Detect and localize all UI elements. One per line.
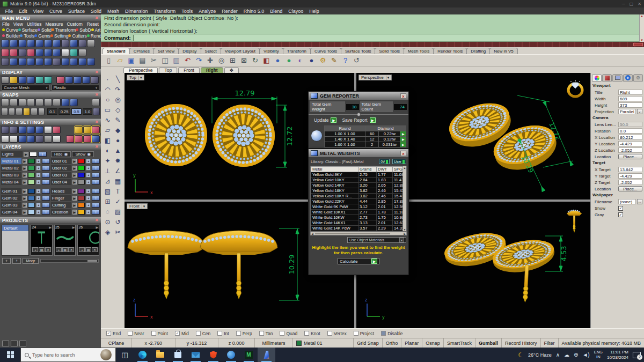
toolbar-tab[interactable]: New in V5 (489, 48, 517, 54)
metal-row[interactable]: Yellow Gold:22KY 4.44 2.85 17.88 (311, 199, 406, 204)
expand-arrow-icon[interactable]: ▶ (23, 173, 27, 178)
grid-size-value[interactable]: 0.25 (58, 108, 71, 115)
layer-visibility-toggle[interactable]: I (92, 173, 100, 178)
lights-layer-row[interactable]: Lights ▶ I (1, 151, 50, 157)
layer-visibility-toggle[interactable]: I (42, 166, 50, 171)
vertical-scrollbar[interactable]: ▲▼ (402, 166, 406, 231)
toolbar-tab[interactable]: Transform (283, 48, 311, 54)
gem-table-row[interactable]: 1.00 X 1.00 60 0.22tw ▶ (325, 131, 406, 137)
ov-toggle[interactable]: 0V (379, 159, 390, 164)
close-button[interactable]: ✕ (638, 2, 641, 6)
print-icon[interactable]: ▤ (137, 55, 148, 65)
toolbar-tab[interactable]: Standard (103, 48, 130, 54)
alert-icon[interactable] (92, 126, 100, 134)
record-icon[interactable] (38, 108, 45, 115)
osnap-item[interactable]: Knot (304, 331, 320, 336)
solid-tool-icon[interactable]: ◆ (113, 125, 123, 135)
favorite-icon[interactable] (83, 126, 91, 134)
filename-value[interactable]: (none) (618, 199, 636, 204)
osnap-checkbox[interactable] (236, 331, 241, 336)
metal-row[interactable]: Yellow Gold:18KY R... 3.82 2.46 15.43 (311, 194, 406, 199)
layer-visibility-toggle[interactable]: I (92, 196, 100, 201)
rendered-view-icon[interactable]: ● (284, 55, 294, 65)
material-icon[interactable] (82, 76, 90, 84)
ortho-icon[interactable] (9, 108, 16, 115)
layer-color-swatch[interactable] (78, 196, 85, 201)
network-icon[interactable]: ⊕ (574, 352, 578, 358)
expand-arrow-icon[interactable]: ▶ (72, 166, 77, 171)
layer-row[interactable]: Metal 04 ▶ ✦ I (1, 179, 50, 185)
expand-arrow-icon[interactable]: ▶ (23, 203, 27, 208)
help-icon[interactable]: ? (340, 55, 350, 65)
metal-row[interactable]: Yellow Gold:10KY 2.84 1.83 11.43 (311, 178, 406, 183)
zoom-extents-icon[interactable]: ⊠ (239, 55, 249, 65)
lock-icon[interactable]: ✦ (36, 189, 41, 194)
layer-color-swatch[interactable] (78, 180, 85, 184)
layer-visibility-toggle[interactable]: I (42, 180, 50, 184)
screen-icon[interactable] (10, 135, 18, 143)
show-button[interactable]: Show◉ (72, 151, 94, 157)
main-menu-tab[interactable]: Custom (67, 21, 82, 27)
lock-icon[interactable]: ✦ (36, 180, 41, 184)
angle-tool-icon[interactable]: ∠ (113, 166, 123, 176)
menu-item[interactable]: Mesh (104, 9, 122, 14)
material-icon[interactable] (65, 76, 73, 84)
layer-visibility-toggle[interactable]: I (42, 189, 50, 194)
snaps-panel-header[interactable]: SNAPS✕ (0, 91, 101, 98)
category-button[interactable]: Builder (2, 33, 20, 39)
display-tab[interactable] (612, 74, 622, 82)
expand-arrow-icon[interactable]: ▶ (72, 210, 77, 215)
property-value[interactable]: -4.429 (618, 141, 642, 146)
layer-visibility-toggle[interactable]: I (92, 189, 100, 194)
grams-column-header[interactable]: Grams (358, 167, 377, 172)
smarttrack-icon[interactable] (23, 108, 30, 115)
triangle-tool-icon[interactable]: ⊿ (103, 176, 113, 186)
globe-icon[interactable] (18, 135, 26, 143)
toolbar-tab[interactable]: Solid Tools (375, 48, 404, 54)
menu-item[interactable]: Dimension (122, 9, 151, 14)
tool-icon[interactable] (78, 40, 86, 47)
gem-table-row[interactable]: 1.60 X 1.60 2 0.031tw ▶ (325, 142, 406, 147)
rotate-tool-icon[interactable]: ↺ (113, 217, 123, 227)
category-button[interactable]: Gems (34, 33, 50, 39)
tool-icon[interactable] (70, 49, 78, 56)
close-icon[interactable]: x (400, 151, 406, 156)
weather-icon[interactable]: ☾ (518, 351, 524, 359)
grid-size-value[interactable]: 1.0 (83, 108, 92, 115)
toolbar-tab[interactable]: Display (178, 48, 201, 54)
metal-row[interactable]: White Gold:10KX1 2.77 1.78 11.18 (311, 210, 406, 215)
cylinder-tool-icon[interactable]: ◐ (103, 145, 113, 156)
ghosted-view-icon[interactable]: ◐ (295, 55, 305, 65)
save-icon[interactable]: ▤ (62, 247, 68, 252)
lock-icon[interactable]: ✦ (36, 210, 41, 215)
osnap-item[interactable]: Point (151, 331, 168, 336)
layer-row[interactable]: User 04 ▶ ✦ I (51, 179, 100, 185)
grid-tool-icon[interactable]: ⊞ (103, 196, 113, 206)
microsoft-store-icon[interactable] (169, 348, 187, 362)
status-toggle[interactable]: Grid Snap (354, 338, 383, 348)
layer-color-swatch[interactable] (30, 152, 37, 157)
snap-point-icon[interactable] (18, 99, 26, 106)
raytrace-icon[interactable]: ● (306, 55, 317, 65)
display-panel-header[interactable]: DISPLAY✕ (0, 69, 101, 75)
check-tool-icon[interactable]: ✓ (113, 196, 123, 206)
osnap-item[interactable]: End (106, 331, 121, 336)
toolbar-tab[interactable]: Drafting (466, 48, 490, 54)
figure-icon[interactable] (75, 135, 83, 143)
expand-arrow-icon[interactable]: ▶ (23, 210, 27, 215)
photos-app-icon[interactable] (222, 348, 240, 362)
osnap-checkbox[interactable] (196, 331, 201, 336)
scroll-handle[interactable] (633, 43, 643, 46)
menu-item[interactable]: Blend (267, 9, 286, 14)
settings-tab[interactable]: ⚙ (633, 74, 643, 82)
web-browser-tab[interactable]: e (623, 74, 633, 82)
expand-arrow-icon[interactable]: ▶ (72, 159, 77, 164)
menu-item[interactable]: Edit (16, 9, 31, 14)
move-up-button[interactable]: ↑ (12, 258, 21, 264)
book-icon[interactable] (27, 135, 35, 143)
tool-icon[interactable] (10, 49, 18, 56)
notification-center-icon[interactable]: 2 (633, 352, 641, 358)
viewport-tab[interactable]: Perspective (123, 67, 158, 73)
tool-icon[interactable] (10, 40, 18, 47)
snap-int-icon[interactable] (44, 99, 52, 106)
